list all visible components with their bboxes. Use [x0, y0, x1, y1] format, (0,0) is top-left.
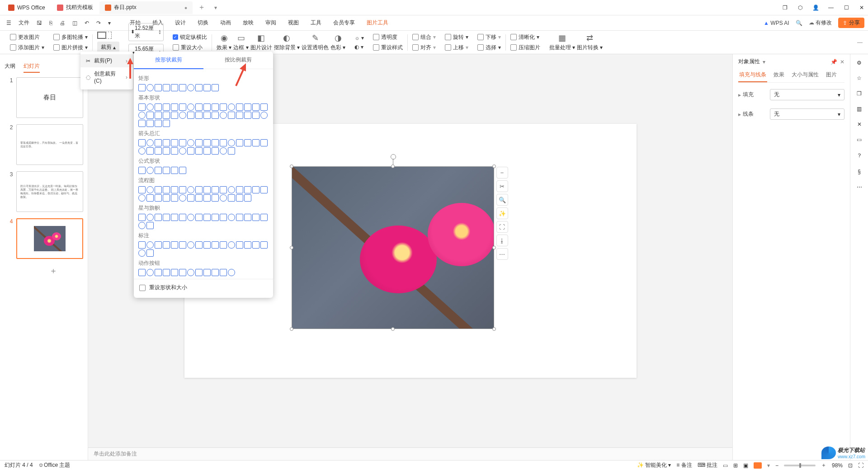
shape-option[interactable] — [212, 269, 219, 276]
selected-image[interactable]: − ✂ 🔍 ✨ ⛶ ⭳ ⋯ — [292, 166, 494, 329]
tab-list-button[interactable]: ▾ — [210, 5, 222, 11]
shape-option[interactable] — [146, 103, 154, 111]
shape-option[interactable] — [212, 147, 219, 155]
shape-option[interactable] — [138, 112, 146, 119]
tab-review[interactable]: 审阅 — [264, 16, 277, 29]
shape-option[interactable] — [171, 112, 178, 119]
shape-option[interactable] — [155, 139, 162, 146]
shape-option[interactable] — [163, 214, 170, 221]
shape-option[interactable] — [155, 84, 162, 91]
shape-option[interactable] — [236, 194, 243, 202]
shape-option[interactable] — [260, 214, 268, 221]
shape-option[interactable] — [228, 241, 235, 249]
shape-option[interactable] — [195, 147, 203, 155]
shape-option[interactable] — [220, 147, 227, 155]
shape-option[interactable] — [244, 194, 251, 202]
zoom-slider[interactable] — [784, 465, 816, 466]
close-button[interactable]: ✕ — [858, 5, 865, 11]
shape-option[interactable] — [138, 186, 146, 193]
shape-option[interactable] — [212, 84, 219, 91]
tab-transition[interactable]: 切换 — [197, 16, 209, 29]
shape-option[interactable] — [138, 214, 146, 221]
shape-option[interactable] — [212, 139, 219, 146]
shape-option[interactable] — [163, 167, 170, 174]
shape-option[interactable] — [187, 241, 194, 249]
shape-option[interactable] — [146, 222, 154, 229]
rp-tab-effects[interactable]: 效果 — [773, 68, 785, 82]
shape-option[interactable] — [236, 214, 243, 221]
tab-tools[interactable]: 工具 — [310, 16, 322, 29]
shape-option[interactable] — [252, 214, 259, 221]
shape-option[interactable] — [179, 139, 186, 146]
tab-wps-office[interactable]: WPS Office — [3, 1, 51, 14]
shape-option[interactable] — [220, 186, 227, 193]
view-normal-icon[interactable]: ▭ — [723, 462, 728, 469]
avatar-icon[interactable]: 👤 — [812, 5, 819, 11]
maximize-button[interactable]: ☐ — [843, 5, 850, 11]
rail-layers-icon[interactable]: ❐ — [857, 90, 862, 97]
shape-option[interactable] — [187, 84, 194, 91]
pin-icon[interactable]: 📌 — [830, 59, 837, 65]
border-button[interactable]: ▭边框 ▾ — [233, 33, 248, 52]
shape-option[interactable] — [155, 103, 162, 111]
remove-bg-button[interactable]: ◐抠除背景 ▾ — [274, 33, 300, 52]
tab-picture-tools[interactable]: 图片工具 — [366, 16, 389, 29]
shape-option[interactable] — [179, 186, 186, 193]
print-preview-icon[interactable]: ⎘ — [47, 18, 55, 28]
shape-option[interactable] — [228, 147, 235, 155]
shape-option[interactable] — [146, 112, 154, 119]
tab-file[interactable]: 春日.pptx● — [99, 1, 193, 14]
shape-option[interactable] — [244, 186, 251, 193]
shape-option[interactable] — [252, 139, 259, 146]
shape-option[interactable] — [220, 194, 227, 202]
shape-option[interactable] — [236, 139, 243, 146]
ft-more[interactable]: ⋯ — [496, 248, 508, 260]
shape-option[interactable] — [236, 103, 243, 111]
shape-option[interactable] — [187, 103, 194, 111]
ft-crop[interactable]: ✂ — [496, 180, 508, 192]
shape-option[interactable] — [155, 120, 162, 127]
shape-option[interactable] — [195, 214, 203, 221]
shape-option[interactable] — [212, 103, 219, 111]
shape-option[interactable] — [203, 103, 211, 111]
shape-option[interactable] — [155, 167, 162, 174]
tab-animation[interactable]: 动画 — [219, 16, 232, 29]
new-tab-button[interactable]: ＋ — [193, 3, 210, 12]
rotate-button[interactable]: 旋转 ▾ — [445, 33, 468, 41]
rail-more2-icon[interactable]: ⋯ — [857, 184, 862, 190]
shape-option[interactable] — [163, 186, 170, 193]
tab-slides[interactable]: 幻灯片 — [24, 62, 40, 73]
more-qa-icon[interactable]: ▾ — [105, 18, 113, 28]
collapse-ribbon-icon[interactable]: — — [857, 39, 863, 46]
shape-option[interactable] — [260, 103, 268, 111]
shape-option[interactable] — [138, 241, 146, 249]
reset-size-button[interactable]: 重设大小 — [173, 44, 207, 52]
shape-option[interactable] — [195, 241, 203, 249]
rail-settings-icon[interactable]: ⚙ — [857, 60, 862, 66]
shape-option[interactable] — [236, 186, 243, 193]
shape-option[interactable] — [187, 147, 194, 155]
shape-option[interactable] — [179, 103, 186, 111]
shape-option[interactable] — [146, 147, 154, 155]
zoom-out-button[interactable]: − — [775, 462, 778, 469]
notes-toggle[interactable]: ≡ 备注 — [676, 461, 692, 469]
shape-option[interactable] — [228, 214, 235, 221]
tab-slideshow[interactable]: 放映 — [242, 16, 255, 29]
zoom-in-button[interactable]: ＋ — [821, 461, 826, 469]
reset-shape-button[interactable]: 重设形状和大小 — [134, 279, 273, 296]
effects-button[interactable]: ◉效果 ▾ — [217, 33, 231, 52]
pic-design-button[interactable]: ◧图片设计 — [250, 33, 272, 52]
shape-option[interactable] — [146, 84, 154, 91]
shape-option[interactable] — [163, 269, 170, 276]
shape-option[interactable] — [171, 167, 178, 174]
shape-option[interactable] — [228, 186, 235, 193]
shape-option[interactable] — [138, 269, 146, 276]
ft-magic[interactable]: ✨ — [496, 207, 508, 219]
shape-option[interactable] — [195, 103, 203, 111]
shape-option[interactable] — [163, 147, 170, 155]
thumb-4[interactable] — [16, 218, 83, 259]
expand-icon[interactable]: ⛶ — [858, 462, 863, 469]
handle-l[interactable] — [290, 246, 293, 249]
shape-option[interactable] — [146, 194, 154, 202]
shape-option[interactable] — [171, 214, 178, 221]
